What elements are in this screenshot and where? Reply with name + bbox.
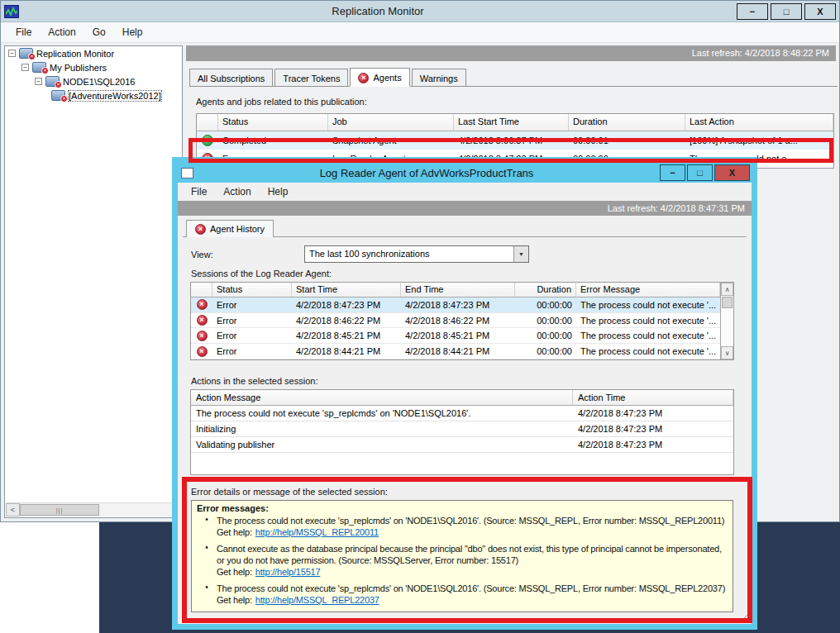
- scroll-left-button[interactable]: <: [6, 503, 20, 516]
- resize-grip[interactable]: [738, 611, 749, 621]
- table-row[interactable]: ✓ Completed Snapshot Agent 4/2/2018 8:06…: [197, 131, 833, 150]
- error-badge-icon: ×: [60, 95, 68, 102]
- cell-duration: 00:00:01: [569, 136, 685, 145]
- status-cell-icon: ×: [191, 331, 212, 341]
- tab-warnings[interactable]: Warnings: [412, 69, 466, 86]
- window-controls: − □ X: [737, 3, 836, 20]
- cell-status: Error: [212, 346, 292, 356]
- dialog-menu-bar: File Action Help: [178, 183, 752, 201]
- tree-item-replication-monitor[interactable]: − × Replication Monitor: [5, 46, 182, 60]
- cell-action-message: Validating publisher: [191, 440, 573, 450]
- header-duration[interactable]: Duration: [515, 283, 576, 297]
- table-row[interactable]: Initializing 4/2/2018 8:47:23 PM: [191, 421, 733, 437]
- cell-error-message: The process could not execute '...: [576, 331, 720, 340]
- view-dropdown[interactable]: The last 100 synchronizations ▼: [304, 245, 529, 263]
- error-message-text: The process could not execute 'sp_replcm…: [217, 516, 724, 526]
- menu-help[interactable]: Help: [114, 24, 151, 40]
- cell-status: Error: [212, 331, 292, 340]
- cell-error-message: The process could not execute '...: [576, 316, 720, 326]
- maximize-button[interactable]: □: [687, 164, 713, 181]
- dialog-content: × Agent History View: The last 100 synch…: [178, 216, 752, 624]
- header-action-time[interactable]: Action Time: [573, 390, 733, 405]
- scrollbar-thumb[interactable]: [722, 297, 733, 308]
- dialog-title: Log Reader Agent of AdvWorksProductTrans: [193, 167, 660, 179]
- header-last-action[interactable]: Last Action: [685, 114, 833, 131]
- table-row[interactable]: × Error 4/2/2018 8:46:22 PM 4/2/2018 8:4…: [191, 313, 720, 329]
- header-status[interactable]: Status: [218, 114, 328, 131]
- header-status[interactable]: Status: [212, 283, 292, 297]
- cell-error-message: The process could not execute '...: [576, 300, 720, 310]
- scroll-up-button[interactable]: ∧: [721, 283, 733, 296]
- error-details-label: Error details or message of the selected…: [191, 487, 388, 497]
- dialog-window-controls: − □ X: [660, 164, 750, 181]
- dialog-title-bar[interactable]: Log Reader Agent of AdvWorksProductTrans…: [178, 163, 752, 183]
- help-link[interactable]: http://help/MSSQL_REPL22037: [255, 595, 379, 605]
- header-end-time[interactable]: End Time: [401, 283, 515, 297]
- table-row[interactable]: × Error 4/2/2018 8:45:21 PM 4/2/2018 8:4…: [191, 328, 720, 344]
- view-dropdown-value: The last 100 synchronizations: [305, 246, 513, 262]
- main-window-title: Replication Monitor: [19, 5, 737, 17]
- tab-agent-history[interactable]: × Agent History: [186, 220, 274, 237]
- bullet-icon: •: [197, 543, 217, 578]
- tree-horizontal-scrollbar[interactable]: < |||: [6, 502, 181, 516]
- tab-strip: All Subscriptions Tracer Tokens ×Agents …: [189, 68, 838, 87]
- menu-file[interactable]: File: [183, 183, 215, 200]
- cell-start-time: 4/2/2018 8:46:22 PM: [292, 316, 401, 326]
- cell-duration: 00:00:00: [515, 331, 576, 340]
- dialog-last-refresh-bar: Last refresh: 4/2/2018 8:47:31 PM: [178, 201, 752, 216]
- table-row[interactable]: × Error 4/2/2018 8:47:23 PM 4/2/2018 8:4…: [191, 297, 720, 313]
- header-error-message[interactable]: Error Message: [576, 283, 720, 297]
- close-button[interactable]: X: [804, 3, 836, 20]
- cell-last-action: [100%] A snapshot of 1 a...: [685, 136, 833, 145]
- cell-error-message: The process could not execute '...: [576, 346, 720, 356]
- vertical-scrollbar[interactable]: ∧ ∨: [720, 283, 733, 359]
- main-title-bar[interactable]: Replication Monitor − □ X: [1, 1, 839, 22]
- close-button[interactable]: X: [714, 164, 750, 181]
- agents-jobs-label: Agents and jobs related to this publicat…: [196, 97, 838, 107]
- view-label: View:: [191, 250, 213, 259]
- header-duration[interactable]: Duration: [569, 114, 685, 131]
- server-icon: ×: [45, 76, 60, 87]
- help-link[interactable]: http://help/15517: [255, 567, 321, 577]
- cell-start-time: 4/2/2018 8:45:21 PM: [292, 331, 401, 340]
- tab-label: All Subscriptions: [198, 74, 265, 83]
- tree-item-node1-sql2016[interactable]: − × NODE1\SQL2016: [5, 74, 182, 88]
- menu-file[interactable]: File: [7, 24, 40, 40]
- minimize-button[interactable]: −: [660, 164, 685, 181]
- tree-item-adventureworks2012[interactable]: × [AdventureWorks2012]: [5, 88, 182, 102]
- expand-toggle[interactable]: −: [21, 64, 29, 71]
- tree-item-my-publishers[interactable]: − × My Publishers: [5, 60, 182, 74]
- header-start-time[interactable]: Start Time: [292, 283, 401, 297]
- expand-toggle[interactable]: −: [35, 78, 42, 85]
- cell-job: Snapshot Agent: [328, 136, 454, 145]
- header-icon-column[interactable]: [197, 114, 218, 131]
- header-action-message[interactable]: Action Message: [191, 390, 573, 405]
- expand-toggle[interactable]: −: [8, 50, 16, 57]
- tree-item-label: [AdventureWorks2012]: [69, 91, 161, 101]
- help-link[interactable]: http://help/MSSQL_REPL20011: [255, 527, 379, 537]
- scroll-down-button[interactable]: ∨: [721, 346, 733, 359]
- scrollbar-thumb[interactable]: |||: [20, 504, 99, 516]
- menu-action[interactable]: Action: [215, 183, 259, 200]
- menu-go[interactable]: Go: [84, 24, 114, 40]
- menu-help[interactable]: Help: [260, 183, 297, 200]
- tab-agents[interactable]: ×Agents: [350, 68, 409, 87]
- minimize-button[interactable]: −: [737, 3, 768, 20]
- table-row[interactable]: × Error 4/2/2018 8:44:21 PM 4/2/2018 8:4…: [191, 344, 720, 359]
- tab-all-subscriptions[interactable]: All Subscriptions: [189, 69, 273, 86]
- menu-action[interactable]: Action: [40, 24, 84, 40]
- tree-panel: − × Replication Monitor − × My Publisher…: [4, 45, 183, 518]
- table-row[interactable]: Validating publisher 4/2/2018 8:47:23 PM: [191, 437, 733, 453]
- status-cell-icon: ✓: [197, 135, 218, 146]
- grid-header-row: Status Job Last Start Time Duration Last…: [197, 114, 833, 131]
- tab-tracer-tokens[interactable]: Tracer Tokens: [274, 69, 348, 86]
- maximize-button[interactable]: □: [771, 3, 802, 20]
- chevron-down-icon[interactable]: ▼: [513, 246, 528, 262]
- get-help-label: Get help:: [217, 527, 252, 537]
- header-job[interactable]: Job: [328, 114, 454, 131]
- scrollbar-track[interactable]: [721, 309, 733, 346]
- table-row[interactable]: The process could not execute 'sp_replcm…: [191, 406, 733, 421]
- header-icon-column[interactable]: [191, 283, 212, 297]
- error-badge-icon: ×: [41, 67, 49, 74]
- header-last-start-time[interactable]: Last Start Time: [454, 114, 569, 131]
